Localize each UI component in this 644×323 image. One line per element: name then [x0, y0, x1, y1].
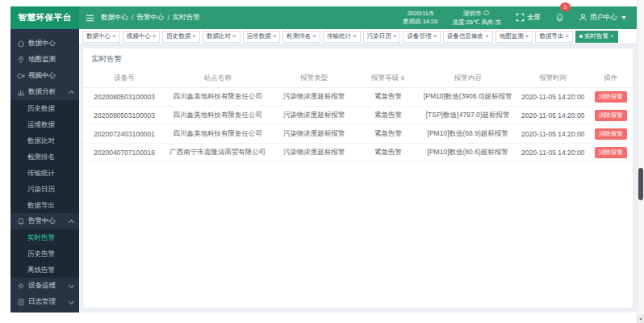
cell-action: 消除报警 [588, 88, 633, 107]
sidebar-item[interactable]: 地图监测 [10, 52, 79, 68]
sidebar-item[interactable]: 日志管理 [10, 294, 79, 310]
hamburger-menu-icon[interactable] [86, 14, 94, 23]
sidebar-subitem-label: 污染日历 [27, 185, 55, 193]
fullscreen-button[interactable]: 全屏 [516, 13, 541, 23]
tab-item[interactable]: 数据导出× [535, 31, 573, 43]
sidebar-subitem[interactable]: 历史告警 [10, 245, 79, 262]
sidebar-item[interactable]: 设备运维 [10, 278, 79, 294]
bell-icon [17, 217, 25, 225]
sidebar-subitem[interactable]: 离线告警 [10, 262, 79, 278]
tab-item[interactable]: 地图监测× [496, 31, 533, 43]
page-scrollbar[interactable]: ▼ [637, 0, 644, 323]
scrollbar-thumb[interactable] [638, 168, 643, 200]
clear-alarm-button[interactable]: 消除报警 [595, 91, 627, 103]
user-menu[interactable]: 用户中心 [579, 13, 626, 23]
sidebar-subitem[interactable]: 传输统计 [10, 165, 79, 181]
sidebar-item-label: 设备运维 [28, 281, 56, 291]
sidebar-subitem[interactable]: 历史数据 [10, 100, 79, 116]
tab-close-icon[interactable]: × [353, 33, 357, 40]
column-header-label: 设备号 [114, 73, 135, 82]
sidebar-item[interactable]: 数据分析 [10, 84, 79, 100]
notification-bell[interactable]: 5 [555, 10, 564, 25]
column-header-label: 站点名称 [204, 73, 232, 82]
tab-close-icon[interactable]: × [485, 33, 489, 40]
table-row: 2020080503100003四川鑫美地科技有限责任公司污染物浓度超标报警紧急… [83, 88, 633, 107]
sidebar-item[interactable]: 告警中心 [10, 213, 79, 229]
tab-item[interactable]: 污染日历× [363, 31, 401, 43]
cell-action: 消除报警 [588, 144, 633, 162]
tab-close-icon[interactable]: × [433, 33, 437, 40]
notification-badge: 5 [560, 2, 571, 11]
tab-close-icon[interactable]: × [312, 33, 316, 40]
tab-close-icon[interactable]: × [610, 33, 614, 40]
sidebar-subitem[interactable]: 运维数据 [10, 116, 79, 132]
cell-level: 紧急告警 [358, 88, 418, 107]
tab-item[interactable]: 设备信息修改× [443, 31, 493, 43]
video-camera-icon [17, 72, 25, 80]
tab-item[interactable]: 设备管理× [403, 31, 441, 43]
cell-device_no: 2020040707100016 [83, 144, 165, 162]
cell-content: [PM10]数值(80.6)超标报警 [418, 144, 517, 162]
clear-alarm-button[interactable]: 消除报警 [595, 110, 627, 121]
app-window: 智慧环保平台 数据中心/告警中心/实时告警 2020/11/5 星期四 14:2… [10, 6, 638, 313]
sidebar-subitem-label: 运维数据 [27, 120, 55, 128]
breadcrumb-separator: / [132, 14, 133, 22]
sidebar-item-label: 日志管理 [28, 297, 56, 307]
sort-icon[interactable] [400, 75, 405, 81]
clear-alarm-button[interactable]: 消除报警 [595, 147, 627, 158]
sidebar-subitem[interactable]: 检测排名 [10, 149, 79, 165]
cell-action: 消除报警 [588, 125, 633, 144]
tab-label: 数据导出 [539, 32, 563, 40]
sidebar-subitem-label: 历史数据 [27, 104, 55, 112]
cell-site: 四川鑫美地科技有限责任公司 [165, 125, 270, 144]
app-body: 数据中心地图监测视频中心数据分析历史数据运维数据数据比对检测排名传输统计污染日历… [10, 29, 638, 313]
tab-close-icon[interactable]: × [393, 33, 397, 40]
tab-close-icon[interactable]: × [565, 33, 569, 40]
cell-site: 四川鑫美地科技有限责任公司 [165, 88, 270, 107]
tab-item[interactable]: 传输统计× [323, 31, 361, 43]
sidebar-item[interactable]: 视频中心 [10, 68, 79, 84]
sidebar-subitem-label: 数据导出 [27, 201, 55, 209]
sidebar-subitem[interactable]: 数据比对 [10, 132, 79, 149]
tab-item[interactable]: 历史数据× [162, 31, 200, 43]
sidebar-item[interactable]: 数据中心 [10, 36, 79, 52]
clear-alarm-button[interactable]: 消除报警 [595, 128, 627, 140]
tab-label: 实时告警 [584, 32, 608, 40]
column-header-label: 报警等级 [371, 73, 399, 82]
tab-item[interactable]: 检测排名× [282, 31, 320, 43]
column-header[interactable]: 报警等级 [358, 69, 418, 88]
scroll-down-arrow[interactable]: ▼ [638, 315, 644, 323]
bar-chart-icon [17, 88, 25, 96]
tab-label: 地图监测 [500, 32, 524, 40]
app-logo: 智慧环保平台 [10, 6, 79, 29]
tab-close-icon[interactable]: × [192, 33, 196, 40]
tab-close-icon[interactable]: × [112, 33, 116, 40]
sidebar-subitem-active[interactable]: 实时告警 [10, 229, 79, 245]
tab-close-icon[interactable]: × [273, 33, 277, 40]
column-header: 操作 [588, 69, 633, 88]
header-left: 数据中心/告警中心/实时告警 [79, 6, 200, 29]
tab-item[interactable]: 数据中心× [82, 31, 120, 43]
tab-item[interactable]: 数据比对× [203, 31, 240, 43]
tab-close-icon[interactable]: × [153, 33, 157, 40]
table-row: 2020080503100003四川鑫美地科技有限责任公司污染物浓度超标报警紧急… [83, 107, 633, 125]
tab-close-icon[interactable]: × [525, 33, 529, 40]
tab-item[interactable]: 视频中心× [123, 31, 161, 43]
weather-city: 深圳市 [463, 10, 482, 19]
breadcrumb-item[interactable]: 告警中心 [136, 13, 164, 23]
column-header: 站点名称 [165, 69, 270, 88]
breadcrumb-item[interactable]: 实时告警 [173, 13, 200, 23]
cell-type: 污染物浓度超标报警 [270, 107, 358, 125]
breadcrumb-item[interactable]: 数据中心 [101, 13, 128, 23]
cell-level: 紧急告警 [358, 144, 418, 162]
tab-item[interactable]: 运维数据× [243, 31, 281, 43]
sidebar-subitem[interactable]: 污染日历 [10, 181, 79, 197]
cell-content: [PM10]数值(68.9)超标报警 [418, 125, 517, 144]
sidebar-subitem[interactable]: 数据导出 [10, 197, 79, 213]
document-icon [17, 298, 25, 306]
tab-close-icon[interactable]: × [232, 33, 236, 40]
cell-level: 紧急告警 [358, 125, 418, 144]
tab-item-active[interactable]: 实时告警× [575, 31, 618, 43]
chevron-down-icon [69, 282, 74, 287]
weather-display: 深圳市 温度:26℃ 风向:东 [452, 9, 501, 27]
